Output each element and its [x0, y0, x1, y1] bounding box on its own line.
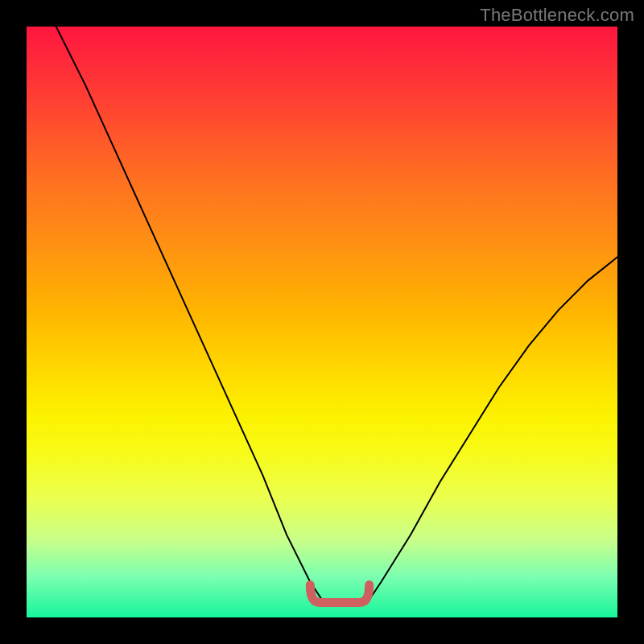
- optimal-range-marker: [310, 585, 369, 603]
- watermark-text: TheBottleneck.com: [480, 5, 634, 26]
- bottleneck-curve: [56, 27, 617, 605]
- chart-svg: [27, 27, 617, 617]
- chart-frame: TheBottleneck.com: [0, 0, 644, 644]
- plot-area: [27, 27, 617, 617]
